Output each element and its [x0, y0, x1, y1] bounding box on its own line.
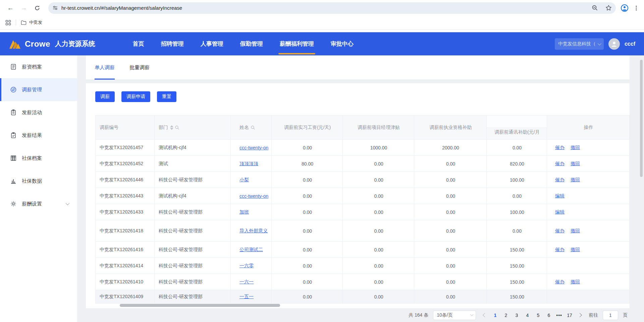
horizontal-scrollbar[interactable]	[120, 304, 280, 307]
more-pages-icon[interactable]: •••	[556, 313, 562, 318]
employee-link[interactable]: 导入外部意义	[239, 228, 268, 234]
tab-single-adjust[interactable]: 单人调薪	[95, 55, 115, 80]
sidebar-item-salary-settings[interactable]: 薪酬设置	[0, 192, 77, 215]
site-settings-icon[interactable]	[52, 5, 58, 11]
cell-dept: 科技公司-研发管理部	[155, 274, 231, 290]
page-number-last[interactable]: 17	[565, 311, 574, 320]
page-number[interactable]: 2	[501, 311, 511, 320]
page-size-select[interactable]: 10条/页	[433, 311, 476, 320]
pager: 1 2 3 4 5 6 ••• 17	[481, 311, 584, 320]
cell-value: 150.00	[487, 258, 547, 274]
cell-value: 0.00	[414, 290, 487, 303]
cell-dept: 科技公司-研发管理部	[155, 290, 231, 303]
col-header-qualification-subsidy: 调薪前执业资格补助	[414, 116, 487, 139]
withdraw-link[interactable]: 撤回	[571, 247, 580, 253]
goto-page-input[interactable]	[603, 311, 618, 320]
username[interactable]: cccf	[625, 41, 635, 47]
cell-value: 1000.00	[343, 140, 414, 155]
cell-value: 0.00	[343, 204, 414, 220]
employee-link[interactable]: 顶顶顶顶	[239, 161, 258, 167]
cell-value: 0.00	[272, 188, 343, 204]
withdraw-link[interactable]: 撤回	[571, 161, 580, 167]
document-icon	[10, 63, 17, 70]
sidebar-item-social-data[interactable]: 社保数据	[0, 170, 77, 192]
books-icon	[10, 155, 17, 162]
browser-menu-icon[interactable]	[633, 5, 639, 11]
urge-link[interactable]: 催办	[555, 161, 565, 167]
cell-id: 中竞发TX120261452	[96, 156, 155, 172]
bookmark-folder[interactable]: 中竞发	[21, 19, 42, 26]
employee-link[interactable]: ccc-twenty-on	[239, 145, 268, 150]
browser-toolbar: ← → hr-test.croweit.cn/#/salaryManagemen…	[0, 0, 644, 16]
cell-value: 0.00	[272, 220, 343, 241]
zoom-out-icon[interactable]	[592, 5, 598, 11]
urge-link[interactable]: 催办	[555, 279, 565, 285]
employee-link[interactable]: 加班	[239, 209, 249, 215]
employee-link[interactable]: ccc-twenty-on	[239, 193, 268, 199]
cell-id: 中竞发TX120261457	[96, 140, 155, 155]
nav-item-attendance[interactable]: 假勤管理	[239, 32, 264, 55]
employee-link[interactable]: 一六零	[239, 263, 254, 269]
employee-link[interactable]: 公司测试二	[239, 247, 263, 253]
urge-link[interactable]: 催办	[555, 228, 565, 234]
folder-icon	[21, 20, 26, 25]
cell-id: 中竞发TX120261446	[96, 172, 155, 188]
prev-page-icon[interactable]	[483, 313, 487, 317]
sidebar-item-label: 社保数据	[22, 178, 42, 184]
employee-link[interactable]: 一六一	[239, 279, 254, 285]
adjust-apply-button[interactable]: 调薪申请	[121, 91, 150, 102]
sidebar-item-payroll-activity[interactable]: 发薪活动	[0, 101, 77, 124]
next-page-icon[interactable]	[578, 313, 582, 317]
nav-item-salary-benefits[interactable]: 薪酬福利管理	[279, 32, 315, 55]
sort-icon[interactable]	[170, 125, 173, 130]
edit-link[interactable]: 编辑	[555, 193, 565, 199]
bookmark-star-icon[interactable]	[605, 5, 612, 11]
sidebar-item-salary-adjust[interactable]: 调薪管理	[0, 78, 77, 101]
page-number[interactable]: 6	[544, 311, 553, 320]
nav-item-hr[interactable]: 人事管理	[200, 32, 224, 55]
nav-item-home[interactable]: 首页	[132, 32, 145, 55]
brand: Crowe 人力资源系统	[9, 39, 95, 49]
search-icon[interactable]	[175, 125, 179, 130]
page-number[interactable]: 5	[533, 311, 543, 320]
withdraw-link[interactable]: 撤回	[571, 177, 580, 183]
panel-gap	[86, 80, 630, 83]
withdraw-link[interactable]: 撤回	[571, 228, 580, 234]
urge-link[interactable]: 催办	[555, 177, 565, 183]
company-select[interactable]: 中竞发信息科技（	[555, 38, 604, 50]
apps-grid-icon[interactable]	[5, 20, 11, 26]
employee-link[interactable]: 小梨	[239, 177, 249, 183]
search-icon[interactable]	[251, 125, 255, 130]
reset-button[interactable]: 重置	[157, 91, 176, 102]
adjust-button[interactable]: 调薪	[95, 91, 115, 102]
cell-value: 0.00	[272, 140, 343, 155]
reload-icon[interactable]	[32, 2, 43, 14]
withdraw-link[interactable]: 撤回	[571, 145, 580, 151]
nav-item-approval[interactable]: 审批中心	[330, 32, 354, 55]
sidebar-item-social-archive[interactable]: 社保档案	[0, 147, 77, 170]
urge-link[interactable]: 催办	[555, 247, 565, 253]
profile-icon[interactable]	[621, 4, 629, 12]
urge-link[interactable]: 催办	[555, 145, 565, 151]
cell-value: 0.00	[272, 274, 343, 290]
cell-name: 小梨	[231, 172, 272, 188]
sidebar-item-payroll-result[interactable]: 发薪结果	[0, 124, 77, 147]
page-number[interactable]: 4	[523, 311, 532, 320]
url-text[interactable]: hr-test.croweit.cn/#/salaryManagement/sa…	[61, 5, 592, 11]
main-content: 单人调薪 批量调薪 调薪 调薪申请 重置 调薪编号 部门 姓	[77, 55, 644, 322]
edit-link[interactable]: 编辑	[555, 209, 565, 215]
page-number[interactable]: 3	[512, 311, 521, 320]
url-bar[interactable]: hr-test.croweit.cn/#/salaryManagement/sa…	[48, 2, 616, 14]
back-icon[interactable]: ←	[5, 2, 16, 14]
withdraw-link[interactable]: 撤回	[571, 279, 580, 285]
avatar[interactable]	[608, 38, 620, 50]
nav-item-recruit[interactable]: 招聘管理	[160, 32, 184, 55]
tab-batch-adjust[interactable]: 批量调薪	[129, 55, 150, 80]
sidebar-item-salary-archive[interactable]: 薪资档案	[0, 55, 77, 78]
page-number[interactable]: 1	[490, 311, 500, 320]
forward-icon[interactable]: →	[18, 2, 30, 14]
cell-value: 0.00	[414, 220, 487, 241]
employee-link[interactable]: 一五一	[239, 294, 254, 300]
vertical-scrollbar[interactable]	[640, 60, 643, 177]
cell-value: 820.00	[487, 156, 547, 172]
